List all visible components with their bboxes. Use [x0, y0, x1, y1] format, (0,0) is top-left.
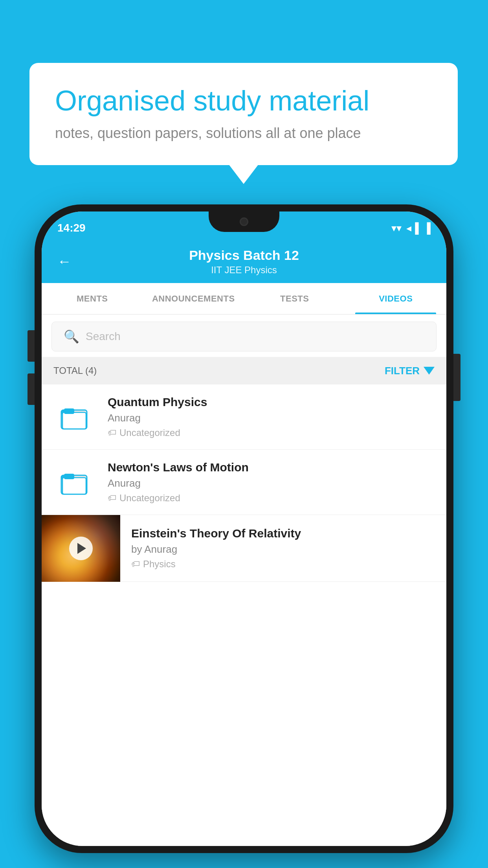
- tab-videos[interactable]: VIDEOS: [345, 283, 447, 314]
- signal-icon: ◂▐: [406, 222, 418, 234]
- wifi-icon: ▾▾: [391, 222, 402, 234]
- video-author: Anurag: [108, 477, 435, 489]
- header-title-block: Physics Batch 12 IIT JEE Physics: [189, 248, 299, 276]
- phone: 14:29 ▾▾ ◂▐ ▐ ← Physics Batch 12 IIT JEE…: [35, 204, 453, 853]
- notch: [209, 211, 279, 232]
- svg-rect-3: [64, 408, 74, 414]
- video-thumb-2: [53, 465, 97, 500]
- folder-icon: [59, 401, 91, 433]
- bubble-title: Organised study material: [55, 85, 432, 117]
- video-list: Quantum Physics Anurag 🏷 Uncategorized: [42, 384, 446, 846]
- speech-bubble: Organised study material notes, question…: [29, 63, 458, 165]
- video-title: Einstein's Theory Of Relativity: [131, 527, 435, 540]
- filter-label: FILTER: [385, 365, 420, 377]
- filter-icon: [424, 367, 435, 375]
- status-icons: ▾▾ ◂▐ ▐: [391, 217, 431, 234]
- play-button[interactable]: [69, 537, 93, 560]
- tag-text: Uncategorized: [119, 427, 180, 438]
- video-tag-row: 🏷 Uncategorized: [108, 427, 435, 438]
- tag-icon: 🏷: [108, 428, 116, 438]
- folder-icon: [59, 467, 91, 498]
- video-tag-row: 🏷 Uncategorized: [108, 493, 435, 504]
- back-button[interactable]: ←: [57, 253, 72, 270]
- camera: [240, 217, 248, 226]
- bubble-subtitle: notes, question papers, solutions all at…: [55, 125, 432, 142]
- filter-button[interactable]: FILTER: [385, 365, 435, 377]
- video-thumb-1: [53, 399, 97, 435]
- video-info-2: Newton's Laws of Motion Anurag 🏷 Uncateg…: [108, 461, 435, 504]
- tab-announcements[interactable]: ANNOUNCEMENTS: [143, 283, 244, 314]
- play-icon: [77, 543, 86, 554]
- phone-screen: 14:29 ▾▾ ◂▐ ▐ ← Physics Batch 12 IIT JEE…: [42, 211, 446, 846]
- app-header: ← Physics Batch 12 IIT JEE Physics: [42, 240, 446, 283]
- search-box[interactable]: 🔍 Search: [51, 322, 437, 351]
- tag-icon: 🏷: [108, 493, 116, 503]
- svg-rect-6: [62, 478, 86, 494]
- video-author: Anurag: [108, 412, 435, 424]
- video-title: Newton's Laws of Motion: [108, 461, 435, 474]
- volume-down-button: [28, 373, 35, 405]
- video-title: Quantum Physics: [108, 395, 435, 409]
- tab-ments[interactable]: MENTS: [42, 283, 143, 314]
- video-info-1: Quantum Physics Anurag 🏷 Uncategorized: [108, 395, 435, 438]
- svg-rect-2: [62, 412, 86, 429]
- search-input[interactable]: Search: [86, 330, 121, 343]
- tag-text: Uncategorized: [119, 493, 180, 504]
- list-item[interactable]: Newton's Laws of Motion Anurag 🏷 Uncateg…: [42, 450, 446, 515]
- video-thumbnail-3: [42, 515, 120, 582]
- list-item[interactable]: Quantum Physics Anurag 🏷 Uncategorized: [42, 384, 446, 450]
- video-info-3: Einstein's Theory Of Relativity by Anura…: [131, 519, 435, 577]
- volume-up-button: [28, 330, 35, 362]
- filter-row: TOTAL (4) FILTER: [42, 357, 446, 384]
- header-subtitle: IIT JEE Physics: [189, 265, 299, 276]
- search-icon: 🔍: [64, 329, 79, 344]
- tag-icon: 🏷: [131, 559, 140, 569]
- battery-icon: ▐: [424, 222, 431, 234]
- search-container: 🔍 Search: [42, 314, 446, 359]
- video-tag-row: 🏷 Physics: [131, 559, 435, 570]
- list-item[interactable]: Einstein's Theory Of Relativity by Anura…: [42, 515, 446, 582]
- tab-tests[interactable]: TESTS: [244, 283, 345, 314]
- tag-text: Physics: [143, 559, 176, 570]
- video-author: by Anurag: [131, 543, 435, 555]
- status-time: 14:29: [57, 217, 86, 234]
- tabs-bar: MENTS ANNOUNCEMENTS TESTS VIDEOS: [42, 283, 446, 314]
- total-count: TOTAL (4): [53, 365, 97, 376]
- header-title: Physics Batch 12: [189, 248, 299, 263]
- svg-rect-7: [64, 474, 74, 479]
- phone-outer: 14:29 ▾▾ ◂▐ ▐ ← Physics Batch 12 IIT JEE…: [35, 204, 453, 853]
- speech-bubble-container: Organised study material notes, question…: [29, 63, 458, 165]
- power-button: [453, 354, 460, 401]
